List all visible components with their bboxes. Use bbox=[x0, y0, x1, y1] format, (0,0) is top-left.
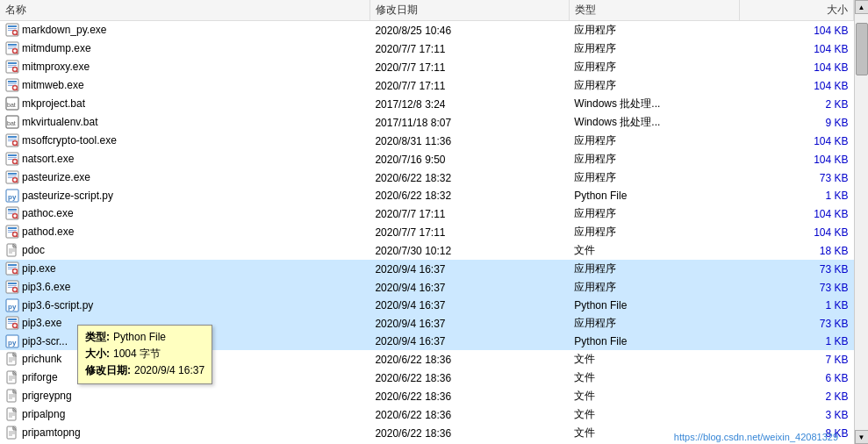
svg-rect-7 bbox=[8, 44, 17, 46]
file-type-cell: 应用程序 bbox=[569, 260, 740, 278]
file-size-cell: 104 KB bbox=[740, 58, 854, 76]
svg-rect-29 bbox=[8, 136, 17, 138]
file-date-cell: 2020/6/22 18:36 bbox=[369, 387, 569, 405]
file-date-cell: 2020/6/22 18:36 bbox=[369, 424, 569, 442]
table-row[interactable]: pasteurize.exe2020/6/22 18:32应用程序73 KB bbox=[0, 168, 854, 187]
file-name-text: mitmweb.exe bbox=[22, 79, 84, 91]
table-header: 名称 修改日期 类型 大小 bbox=[0, 0, 854, 21]
tooltip-size-label: 大小: bbox=[85, 346, 110, 362]
file-date-cell: 2020/7/7 17:11 bbox=[369, 58, 569, 76]
table-row[interactable]: py pasteurize-script.py2020/6/22 18:32Py… bbox=[0, 187, 854, 204]
file-date-cell: 2020/6/22 18:32 bbox=[369, 168, 569, 187]
header-type[interactable]: 类型 bbox=[569, 0, 740, 21]
file-type-cell: 应用程序 bbox=[569, 39, 740, 58]
file-name-cell: pripamtopng bbox=[0, 424, 369, 441]
svg-text:py: py bbox=[8, 303, 17, 311]
file-type-cell: 应用程序 bbox=[569, 150, 740, 168]
file-name-cell: bat mkproject.bat bbox=[0, 95, 369, 112]
svg-rect-72 bbox=[8, 283, 17, 284]
svg-line-5 bbox=[17, 34, 18, 35]
table-row[interactable]: pip3.6.exe2020/9/4 16:37应用程序73 KB bbox=[0, 278, 854, 297]
file-name-cell: mitmproxy.exe bbox=[0, 58, 369, 75]
file-date-cell: 2020/7/7 17:11 bbox=[369, 39, 569, 58]
scrollbar-thumb[interactable] bbox=[856, 23, 868, 75]
file-size-cell: 2 KB bbox=[740, 95, 854, 113]
file-type-cell: Python File bbox=[569, 297, 740, 314]
header-name[interactable]: 名称 bbox=[0, 0, 369, 21]
svg-text:py: py bbox=[8, 339, 17, 347]
file-type-cell: 应用程序 bbox=[569, 76, 740, 95]
file-name-cell: bat mkvirtualenv.bat bbox=[0, 113, 369, 131]
file-name-text: pip3.6.exe bbox=[22, 281, 70, 293]
svg-line-76 bbox=[17, 291, 18, 292]
file-explorer: 名称 修改日期 类型 大小 markdown_py.exe2020/8/25 1… bbox=[0, 0, 868, 444]
file-date-cell: 2020/7/16 9:50 bbox=[369, 150, 569, 168]
file-size-cell: 2 KB bbox=[740, 387, 854, 405]
header-size[interactable]: 大小 bbox=[740, 0, 854, 21]
table-row[interactable]: prigreypng2020/6/22 18:36文件2 KB bbox=[0, 387, 854, 405]
table-row[interactable]: py pip3.6-script.py2020/9/4 16:37Python … bbox=[0, 297, 854, 314]
file-name-text: mkproject.bat bbox=[22, 97, 85, 110]
header-date[interactable]: 修改日期 bbox=[369, 0, 569, 21]
file-date-cell: 2020/9/4 16:37 bbox=[369, 260, 569, 278]
svg-rect-67 bbox=[8, 267, 17, 268]
svg-rect-2 bbox=[8, 28, 17, 29]
table-row[interactable]: msoffcrypto-tool.exe2020/8/31 11:36应用程序1… bbox=[0, 132, 854, 150]
file-type-cell: Windows 批处理... bbox=[569, 113, 740, 132]
file-date-cell: 2020/6/22 18:36 bbox=[369, 405, 569, 424]
table-row[interactable]: pathod.exe2020/7/7 17:11应用程序104 KB bbox=[0, 223, 854, 241]
file-date-cell: 2020/9/4 16:37 bbox=[369, 314, 569, 333]
file-size-cell: 1 KB bbox=[740, 297, 854, 314]
scrollbar-track[interactable] bbox=[855, 14, 869, 430]
file-date-cell: 2017/12/8 3:24 bbox=[369, 95, 569, 113]
file-size-cell: 104 KB bbox=[740, 76, 854, 95]
file-name-cell: pathod.exe bbox=[0, 223, 369, 240]
main-content: 名称 修改日期 类型 大小 markdown_py.exe2020/8/25 1… bbox=[0, 0, 854, 444]
file-type-cell: 应用程序 bbox=[569, 314, 740, 333]
scroll-down-arrow[interactable]: ▼ bbox=[855, 430, 869, 444]
file-name-text: msoffcrypto-tool.exe bbox=[22, 134, 117, 147]
table-row[interactable]: pdoc2020/7/30 10:12文件18 KB bbox=[0, 241, 854, 260]
svg-line-53 bbox=[17, 218, 18, 218]
table-row[interactable]: markdown_py.exe2020/8/25 10:46应用程序104 KB bbox=[0, 21, 854, 40]
table-row[interactable]: mitmproxy.exe2020/7/7 17:11应用程序104 KB bbox=[0, 58, 854, 76]
svg-rect-50 bbox=[8, 211, 17, 212]
table-row[interactable]: natsort.exe2020/7/16 9:50应用程序104 KB bbox=[0, 150, 854, 168]
file-size-cell: 73 KB bbox=[740, 314, 854, 333]
file-date-cell: 2020/8/25 10:46 bbox=[369, 21, 569, 40]
file-date-cell: 2020/7/30 10:12 bbox=[369, 241, 569, 260]
file-name-text: prigreypng bbox=[22, 390, 72, 402]
tooltip-type-value: Python File bbox=[113, 329, 166, 346]
file-name-text: mkvirtualenv.bat bbox=[22, 116, 97, 128]
table-row[interactable]: pathoc.exe2020/7/7 17:11应用程序104 KB bbox=[0, 204, 854, 223]
file-size-cell: 104 KB bbox=[740, 21, 854, 40]
table-row[interactable]: mitmdump.exe2020/7/7 17:11应用程序104 KB bbox=[0, 39, 854, 58]
file-type-cell: Windows 批处理... bbox=[569, 95, 740, 113]
file-name-cell: markdown_py.exe bbox=[0, 21, 369, 39]
file-date-cell: 2020/8/31 11:36 bbox=[369, 132, 569, 150]
file-name-text: pathod.exe bbox=[22, 226, 74, 238]
file-name-cell: mitmdump.exe bbox=[0, 39, 369, 57]
table-row[interactable]: pip.exe2020/9/4 16:37应用程序73 KB bbox=[0, 260, 854, 278]
file-name-text: pathoc.exe bbox=[22, 207, 74, 219]
file-size-cell: 3 KB bbox=[740, 405, 854, 424]
file-name-cell: pip.exe bbox=[0, 260, 369, 277]
file-date-cell: 2020/7/7 17:11 bbox=[369, 76, 569, 95]
file-size-cell: 1 KB bbox=[740, 187, 854, 204]
table-row[interactable]: bat mkvirtualenv.bat2017/11/18 8:07Windo… bbox=[0, 113, 854, 132]
table-row[interactable]: pripalpng2020/6/22 18:36文件3 KB bbox=[0, 405, 854, 424]
file-tooltip: 类型: Python File 大小: 1004 字节 修改日期: 2020/9… bbox=[77, 325, 212, 384]
svg-rect-73 bbox=[8, 285, 17, 286]
file-type-cell: 文件 bbox=[569, 369, 740, 387]
table-row[interactable]: bat mkproject.bat2017/12/8 3:24Windows 批… bbox=[0, 95, 854, 113]
scroll-up-arrow[interactable]: ▲ bbox=[855, 0, 869, 14]
table-row[interactable]: mitmweb.exe2020/7/7 17:11应用程序104 KB bbox=[0, 76, 854, 95]
svg-rect-14 bbox=[8, 65, 17, 66]
file-name-text: pasteurize.exe bbox=[22, 171, 90, 183]
file-size-cell: 7 KB bbox=[740, 350, 854, 369]
file-name-text: pripamtopng bbox=[22, 426, 81, 439]
svg-rect-8 bbox=[8, 47, 17, 47]
scrollbar[interactable]: ▲ ▼ bbox=[854, 0, 868, 444]
svg-rect-55 bbox=[8, 227, 17, 229]
file-name-text: pripalpng bbox=[22, 408, 65, 420]
